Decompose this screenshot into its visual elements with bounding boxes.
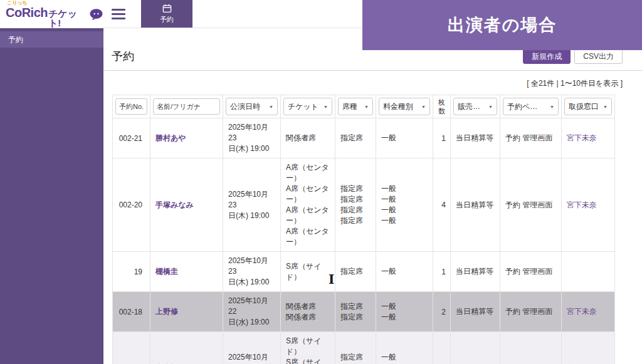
sales-method-select[interactable]: 販売方法 ▼ bbox=[453, 98, 497, 115]
cell-ticket-type: 関係者席 bbox=[281, 118, 335, 159]
main-content: 予約 新規作成 CSV出力 [ 全21件 | 1〜10件目を表示 ] bbox=[103, 28, 642, 364]
table-row[interactable]: 002-17大庭拓2025年10月22日(水) 19:00S席（サイド）S席（サ… bbox=[113, 332, 615, 364]
cell-fare-type: 一般一般一般一般 bbox=[376, 159, 433, 252]
brand-name: CoRich bbox=[6, 6, 48, 19]
create-button[interactable]: 新規作成 bbox=[523, 49, 571, 64]
table-row[interactable]: 002-20手塚みなみ2025年10月23日(木) 19:00A席（センター）A… bbox=[113, 159, 615, 252]
filter-cell-name bbox=[150, 95, 223, 118]
cell-fare-type: 一般 bbox=[376, 252, 433, 292]
cell-customer-name: 勝村あや bbox=[150, 118, 223, 159]
filter-cell-sale: 販売方法 ▼ bbox=[451, 95, 500, 118]
menu-icon[interactable] bbox=[112, 0, 125, 28]
filter-cell-seat: 席種 ▼ bbox=[335, 95, 376, 118]
cell-reservation-no: 002-17 bbox=[113, 332, 150, 364]
cell-seat-type: 指定席 bbox=[335, 118, 376, 159]
cell-reservation-no: 002-20 bbox=[113, 159, 150, 252]
cell-customer-name-link[interactable]: 棚橋圭 bbox=[155, 267, 178, 276]
calendar-icon bbox=[162, 4, 172, 13]
cell-customer-name-link[interactable]: 勝村あや bbox=[155, 133, 186, 142]
cell-ticket-type: S席（サイド） bbox=[281, 252, 335, 292]
cell-customer-name-link[interactable]: 上野修 bbox=[155, 307, 178, 316]
chevron-down-icon: ▼ bbox=[488, 105, 493, 109]
chevron-down-icon: ▼ bbox=[603, 105, 608, 109]
cell-ticket-type: A席（センター）A席（センター）A席（センター）A席（センター） bbox=[281, 159, 335, 252]
cell-ticket-count: 4 bbox=[433, 159, 451, 252]
cell-ticket-count: 2 bbox=[433, 292, 451, 332]
cell-fare-type: 一般一般 bbox=[376, 292, 433, 332]
cell-handling-window: 宮下未奈 bbox=[562, 159, 615, 252]
filter-cell-ticket: チケット ▼ bbox=[281, 95, 335, 118]
cell-handling-window: 宮下未奈 bbox=[562, 292, 615, 332]
speech-bubble-mascot-icon bbox=[89, 8, 103, 21]
reservation-no-filter-input[interactable] bbox=[115, 98, 147, 115]
page-title: 予約 bbox=[112, 49, 134, 64]
cell-reservation-page: 予約 管理画面 bbox=[500, 252, 562, 292]
cell-customer-name: 大庭拓 bbox=[150, 332, 223, 364]
chevron-down-icon: ▼ bbox=[421, 105, 426, 109]
cell-ticket-type: 関係者席関係者席 bbox=[281, 292, 335, 332]
filter-cell-fare: 料金種別 ▼ bbox=[376, 95, 433, 118]
chevron-down-icon: ▼ bbox=[324, 105, 328, 109]
cell-customer-name-link[interactable]: 手塚みなみ bbox=[155, 200, 194, 209]
tab-reservations[interactable]: 予約 bbox=[141, 0, 192, 28]
sidebar-item-reservations[interactable]: 予約 bbox=[0, 31, 103, 48]
cell-sales-method: 当日精算等 bbox=[451, 332, 500, 364]
cell-sales-method: 当日精算等 bbox=[451, 292, 500, 332]
filter-cell-window: 取扱窓口 ▼ bbox=[562, 95, 615, 118]
cell-customer-name: 棚橋圭 bbox=[150, 252, 223, 292]
cell-ticket-type: S席（サイド）S席（サイド）S席（サイド） bbox=[281, 332, 335, 364]
cell-reservation-no: 19 bbox=[113, 252, 150, 292]
cell-ticket-count: 1 bbox=[433, 118, 451, 159]
cell-reservation-page: 予約 管理画面 bbox=[500, 292, 562, 332]
tab-label: 予約 bbox=[160, 15, 174, 24]
cell-seat-type: 指定席指定席指定席指定席 bbox=[335, 159, 376, 252]
sidebar: こりっち CoRich チケット! 予約 bbox=[0, 0, 103, 364]
cell-handling-window: 宮下未奈 bbox=[562, 332, 615, 364]
reservation-page-select[interactable]: 予約ページ ▼ bbox=[503, 98, 559, 115]
cell-handling-window-link[interactable]: 宮下未奈 bbox=[567, 133, 597, 142]
seat-type-select[interactable]: 席種 ▼ bbox=[338, 98, 373, 115]
qty-column-header: 枚数 bbox=[436, 98, 448, 115]
ticket-select[interactable]: チケット ▼ bbox=[283, 98, 332, 115]
brand-logo-text: こりっち CoRich チケット! bbox=[6, 1, 87, 28]
brand-product: チケット! bbox=[48, 9, 87, 28]
header-actions: 新規作成 CSV出力 bbox=[523, 49, 623, 64]
cell-reservation-no: 002-21 bbox=[113, 118, 150, 159]
cell-performance-datetime: 2025年10月23日(木) 19:00 bbox=[223, 252, 281, 292]
cell-customer-name: 手塚みなみ bbox=[150, 159, 223, 252]
cell-handling-window-link[interactable]: 宮下未奈 bbox=[567, 200, 597, 209]
performance-date-select[interactable]: 公演日時 ▼ bbox=[226, 98, 278, 115]
sidebar-nav: 予約 bbox=[0, 31, 103, 48]
cell-seat-type: 指定席 bbox=[335, 252, 376, 292]
filter-cell-no bbox=[113, 95, 150, 118]
banner-text: 出演者の場合 bbox=[448, 14, 557, 36]
cell-sales-method: 当日精算等 bbox=[451, 118, 500, 159]
cell-reservation-page: 予約 管理画面 bbox=[500, 159, 562, 252]
cell-seat-type: 指定席指定席指定席 bbox=[335, 332, 376, 364]
cell-reservation-page: 予約 管理画面 bbox=[500, 332, 562, 364]
csv-export-button[interactable]: CSV出力 bbox=[574, 49, 623, 64]
brand-logo[interactable]: こりっち CoRich チケット! bbox=[0, 0, 103, 28]
table-row[interactable]: 002-21勝村あや2025年10月23日(木) 19:00関係者席指定席一般1… bbox=[113, 118, 615, 159]
name-filter-input[interactable] bbox=[153, 98, 220, 115]
cell-seat-type: 指定席指定席 bbox=[335, 292, 376, 332]
table-row[interactable]: 19棚橋圭2025年10月23日(木) 19:00S席（サイド）指定席一般1当日… bbox=[113, 252, 615, 292]
filter-cell-date: 公演日時 ▼ bbox=[223, 95, 281, 118]
cell-fare-type: 一般 bbox=[376, 118, 433, 159]
filter-row: 公演日時 ▼ チケット ▼ 席種 ▼ bbox=[113, 95, 615, 118]
cell-sales-method: 当日精算等 bbox=[451, 252, 500, 292]
cell-ticket-count: 3 bbox=[433, 332, 451, 364]
filter-cell-page: 予約ページ ▼ bbox=[500, 95, 562, 118]
handling-window-select[interactable]: 取扱窓口 ▼ bbox=[564, 98, 612, 115]
cell-sales-method: 当日精算等 bbox=[451, 159, 500, 252]
cell-reservation-page: 予約 管理画面 bbox=[500, 118, 562, 159]
cell-reservation-no: 002-18 bbox=[113, 292, 150, 332]
cell-performance-datetime: 2025年10月23日(木) 19:00 bbox=[223, 118, 281, 159]
table-row[interactable]: 002-18上野修2025年10月22日(水) 19:00関係者席関係者席指定席… bbox=[113, 292, 615, 332]
cell-handling-window-link[interactable]: 宮下未奈 bbox=[567, 307, 597, 316]
cell-customer-name: 上野修 bbox=[150, 292, 223, 332]
brand-kana: こりっち bbox=[7, 1, 87, 6]
chevron-down-icon: ▼ bbox=[269, 105, 273, 109]
fare-type-select[interactable]: 料金種別 ▼ bbox=[379, 98, 430, 115]
app-root: こりっち CoRich チケット! 予約 bbox=[0, 0, 642, 364]
